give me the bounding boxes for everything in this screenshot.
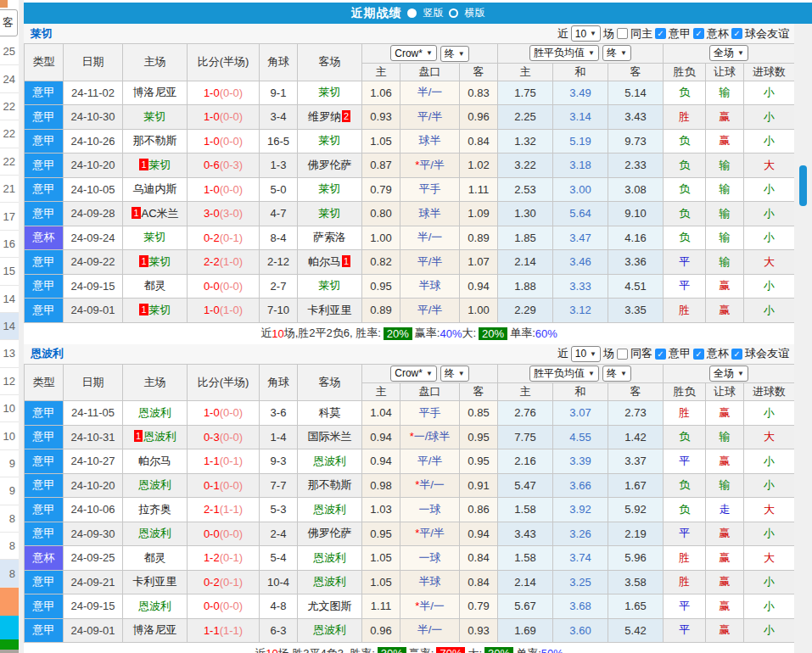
league-checkbox-球会友谊-checked[interactable]: ✓ [731,349,742,360]
same-side-checkbox-unchecked[interactable] [617,349,628,360]
table-row: 意甲24-09-01博洛尼亚1-1(1-1)6-3恩波利0.96半/一0.931… [25,618,795,643]
sidebar-number[interactable]: 21 [0,176,19,203]
away-team: 维罗纳2 [298,105,362,130]
avg-type-select-value: 胜平负均值 [534,366,585,381]
league-checkbox-球会友谊-checked[interactable]: ✓ [731,28,742,39]
sidebar-number[interactable]: 25 [0,38,19,65]
sidebar-partial-input[interactable]: 客 [0,9,18,36]
sidebar-number[interactable]: 9 [0,477,19,505]
league-checkbox-意甲-checked[interactable]: ✓ [655,28,666,39]
odds-time-select[interactable]: 终▼ [440,46,469,62]
sidebar-number[interactable]: 8 [0,533,19,560]
avg-home: 2.14 [498,250,553,275]
result-wdl: 负 [664,129,706,153]
handicap-line: 平/半 [400,299,460,323]
chevron-down-icon: ▼ [426,49,433,57]
odds-source-group: Crow*▼终▼ [362,364,498,383]
sidebar-number[interactable]: 14 [0,313,19,340]
sidebar-number[interactable]: 17 [0,203,19,230]
away-team: 莱切 [298,202,362,226]
sidebar-number[interactable]: 16 [0,231,19,258]
result-goals: 小 [744,299,795,323]
main-panel: 近期战绩 竖版横版 莱切近10▼场同主✓意甲✓意杯✓球会友谊类型日期主场比分(半… [24,0,812,653]
corners: 9-3 [260,449,298,474]
scrollbar-track[interactable] [794,24,812,653]
same-side-label: 同客 [630,346,652,361]
handicap-line: *一/球半 [400,425,460,449]
sub-header-主: 主 [362,383,400,401]
layout-radio-label-1[interactable]: 竖版 [423,6,444,20]
halftime-score: (0-1) [220,576,243,589]
avg-draw: 3.68 [553,594,608,619]
home-team-name: 莱切 [149,255,171,268]
league-checkbox-意杯-checked[interactable]: ✓ [693,28,704,39]
avg-home: 1.58 [498,498,553,522]
sidebar-number[interactable]: 9 [0,450,19,477]
sidebar-number[interactable]: 10 [0,422,19,449]
sidebar-number[interactable]: 22 [0,93,19,120]
avg-draw: 3.18 [553,153,608,178]
away-team: 莱切 [298,81,362,105]
avg-type-select[interactable]: 胜平负均值▼ [529,366,599,382]
league-checkbox-意杯-checked[interactable]: ✓ [693,349,704,360]
sidebar-number[interactable]: 24 [0,65,19,92]
sidebar-partial-label: 客 [3,15,14,31]
scope-select[interactable]: 全场▼ [709,366,748,382]
changed-line-star: * [410,430,414,443]
layout-radio-label-2[interactable]: 横版 [465,6,485,20]
handicap-line: 平/半 [400,250,460,275]
odds-company-select[interactable]: Crow*▼ [390,366,437,382]
avg-time-select[interactable]: 终▼ [602,366,631,382]
away-odds: 0.94 [460,274,498,299]
avg-type-select[interactable]: 胜平负均值▼ [529,45,599,61]
result-wdl: 平 [664,274,706,299]
results-table-2: 类型日期主场比分(半场)角球客场Crow*▼终▼胜平负均值▼终▼全场▼主盘口客主… [24,364,795,644]
sub-header-盘口: 盘口 [400,63,460,81]
result-handicap: 赢 [706,274,744,299]
corners: 3-4 [260,105,298,130]
sidebar-number[interactable]: 8 [0,505,19,533]
avg-home: 2.25 [498,105,553,130]
avg-draw: 5.64 [553,202,608,226]
avg-draw: 5.19 [553,129,608,153]
same-side-checkbox-unchecked[interactable] [617,28,628,39]
match-count-select[interactable]: 10▼ [571,25,601,42]
sidebar-number[interactable]: 14 [0,286,19,313]
sidebar-number[interactable]: 22 [0,120,19,148]
avg-draw: 3.25 [553,570,608,594]
match-date: 24-11-02 [64,81,123,105]
fulltime-score: 1-1 [204,455,220,467]
fulltime-score: 2-2 [204,255,220,268]
sidebar-number[interactable]: 10 [0,395,19,422]
sidebar-number[interactable]: 13 [0,340,19,367]
home-team: 恩波利 [123,594,188,619]
layout-radio-2[interactable] [449,8,458,18]
match-date: 24-09-28 [64,202,123,226]
scope-select[interactable]: 全场▼ [709,45,748,61]
home-team: 拉齐奥 [123,498,188,522]
league-checkbox-意甲-checked[interactable]: ✓ [655,349,666,360]
sidebar-number[interactable]: 8 [0,560,19,587]
halftime-score: (0-0) [220,431,243,444]
away-team: 那不勒斯 [298,473,362,498]
result-wdl: 负 [664,177,706,202]
odds-company-select[interactable]: Crow*▼ [390,45,437,61]
match-count-select[interactable]: 10▼ [571,346,601,362]
layout-radio-1[interactable] [407,8,417,18]
sidebar-number[interactable]: 12 [0,368,19,395]
away-team: 恩波利 [298,498,362,522]
match-date: 24-10-06 [64,498,123,522]
halftime-score: (0-0) [220,406,243,419]
avg-time-select[interactable]: 终▼ [602,45,631,61]
odds-time-select[interactable]: 终▼ [440,366,469,382]
home-odds: 1.05 [362,570,400,594]
fulltime-score: 0-2 [204,576,220,589]
avg-home: 1.75 [498,81,553,105]
result-goals: 小 [744,570,795,594]
corners: 5-0 [260,177,298,202]
home-odds: 0.94 [362,425,400,449]
scrollbar-thumb[interactable] [799,165,807,206]
match-type: 意甲 [25,105,64,130]
sidebar-number[interactable]: 22 [0,148,19,176]
sidebar-number[interactable]: 15 [0,258,19,285]
